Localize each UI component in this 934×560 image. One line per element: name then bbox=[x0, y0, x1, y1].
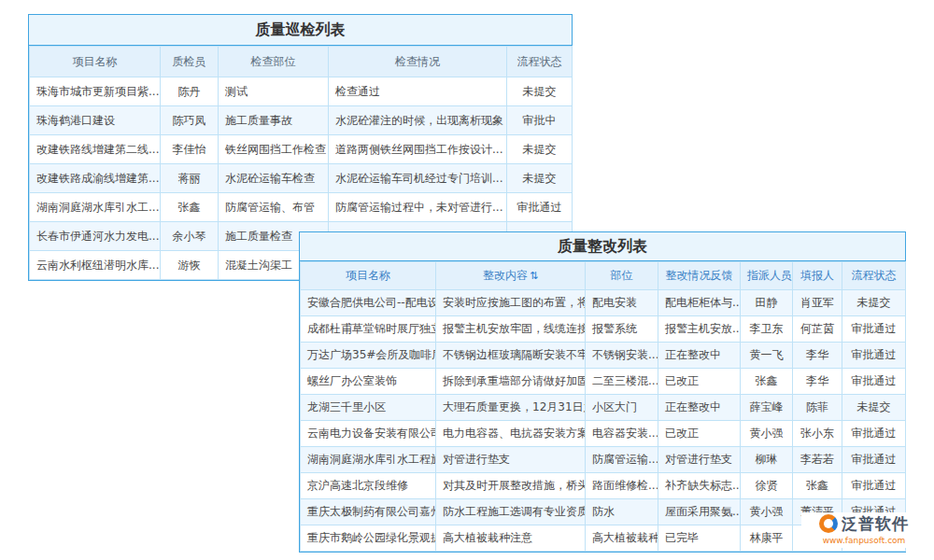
sort-icon[interactable]: ⇅ bbox=[530, 270, 538, 282]
column-header-project-name: 项目名称 bbox=[301, 262, 436, 290]
rectify-feedback: 补齐缺失标志... bbox=[658, 473, 741, 499]
inspector-name: 蒋丽 bbox=[161, 164, 219, 193]
project-name-link[interactable]: 螺丝厂办公室装饰 bbox=[301, 369, 436, 395]
project-name-link[interactable]: 重庆太极制药有限公司嘉州中... bbox=[301, 499, 436, 525]
rectification-table: 项目名称 整改内容⇅ 部位 整改情况反馈 指派人员 填报人 流程状态 安徽合肥供… bbox=[300, 261, 906, 552]
assignee-name: 张鑫 bbox=[741, 369, 793, 395]
status-badge: 未提交 bbox=[842, 395, 906, 421]
rectify-feedback: 对管进行垫支 bbox=[658, 447, 741, 473]
rectify-content: 安装时应按施工图的布置，将... bbox=[436, 290, 586, 316]
column-header-reporter: 填报人 bbox=[793, 262, 842, 290]
project-name-link[interactable]: 珠海鹤港口建设 bbox=[30, 106, 161, 135]
brand-url[interactable]: www.fanpusoft.com bbox=[801, 535, 927, 546]
reporter-name: 张鑫 bbox=[793, 473, 842, 499]
column-header-inspection-part: 检查部位 bbox=[219, 47, 329, 77]
table-row: 万达广场35#会所及咖啡厅空...不锈钢边框玻璃隔断安装不牢...不锈钢安装..… bbox=[301, 343, 906, 369]
status-badge: 审批通过 bbox=[842, 316, 906, 343]
status-badge: 审批通过 bbox=[842, 343, 906, 369]
rectify-part: 小区大门 bbox=[586, 395, 658, 421]
project-name-link[interactable]: 湖南洞庭湖水库引水工程施工... bbox=[301, 447, 436, 473]
project-name-link[interactable]: 湖南洞庭湖水库引水工... bbox=[30, 193, 161, 222]
assignee-name: 林康平 bbox=[741, 525, 793, 552]
status-badge: 审批通过 bbox=[842, 473, 906, 499]
status-badge: 审批通过 bbox=[842, 369, 906, 395]
assignee-name: 黄一飞 bbox=[741, 343, 793, 369]
project-name-link[interactable]: 成都杜甫草堂锦时展厅独立展... bbox=[301, 316, 436, 343]
rectify-feedback: 屋面采用聚氨... bbox=[658, 499, 741, 525]
rectify-content: 对管进行垫支 bbox=[436, 447, 586, 473]
status-badge: 未提交 bbox=[507, 164, 573, 193]
table-row: 珠海市城市更新项目紫...陈丹测试检查通过未提交 bbox=[30, 77, 573, 106]
rectify-part: 防水 bbox=[586, 499, 658, 525]
column-header-status: 流程状态 bbox=[842, 262, 906, 290]
table-row: 龙湖三千里小区大理石质量更换，12月31日之...小区大门正在整改中薛宝峰陈菲未… bbox=[301, 395, 906, 421]
project-name-link[interactable]: 重庆市鹅岭公园绿化景观提升... bbox=[301, 525, 436, 552]
status-badge: 未提交 bbox=[507, 77, 573, 106]
inspector-name: 陈巧凤 bbox=[161, 106, 219, 135]
rectify-feedback: 已完毕 bbox=[658, 525, 741, 552]
column-header-part: 部位 bbox=[586, 262, 658, 290]
project-name-link[interactable]: 云南水利枢纽潜明水库... bbox=[30, 251, 161, 280]
inspection-detail: 检查通过 bbox=[329, 77, 507, 106]
rectify-part: 不锈钢安装... bbox=[586, 343, 658, 369]
table-row: 成都杜甫草堂锦时展厅独立展...报警主机安放牢固，线缆连接...报警系统报警主机… bbox=[301, 316, 906, 343]
column-header-label: 整改内容 bbox=[483, 269, 528, 282]
column-header-feedback: 整改情况反馈 bbox=[658, 262, 741, 290]
inspector-name: 张鑫 bbox=[161, 193, 219, 222]
inspector-name: 李佳怡 bbox=[161, 135, 219, 164]
assignee-name: 徐贤 bbox=[741, 473, 793, 499]
project-name-link[interactable]: 珠海市城市更新项目紫... bbox=[30, 77, 161, 106]
rectification-table-title: 质量整改列表 bbox=[300, 232, 905, 261]
rectification-table-header: 项目名称 整改内容⇅ 部位 整改情况反馈 指派人员 填报人 流程状态 bbox=[301, 262, 906, 290]
project-name-link[interactable]: 安徽合肥供电公司--配电设备... bbox=[301, 290, 436, 316]
table-row: 改建铁路成渝线增建第...蒋丽水泥砼运输车检查水泥砼运输车司机经过专门培训...… bbox=[30, 164, 573, 193]
assignee-name: 李卫东 bbox=[741, 316, 793, 343]
table-row: 安徽合肥供电公司--配电设备...安装时应按施工图的布置，将...配电安装配电柜… bbox=[301, 290, 906, 316]
rectify-part: 高大植被栽种 bbox=[586, 525, 658, 552]
inspection-part: 防腐管运输、布管 bbox=[219, 193, 329, 222]
inspection-part: 水泥砼运输车检查 bbox=[219, 164, 329, 193]
project-name-link[interactable]: 改建铁路线增建第二线... bbox=[30, 135, 161, 164]
column-header-project-name: 项目名称 bbox=[30, 47, 161, 77]
rectify-feedback: 报警主机安放... bbox=[658, 316, 741, 343]
status-badge: 审批通过 bbox=[842, 421, 906, 447]
rectify-content: 高大植被栽种注意 bbox=[436, 525, 586, 552]
header-row: 项目名称 整改内容⇅ 部位 整改情况反馈 指派人员 填报人 流程状态 bbox=[301, 262, 906, 290]
brand-logo[interactable]: 泛普软件 www.fanpusoft.com bbox=[801, 512, 927, 548]
project-name-link[interactable]: 长春市伊通河水力发电... bbox=[30, 222, 161, 251]
header-row: 项目名称 质检员 检查部位 检查情况 流程状态 bbox=[30, 47, 573, 77]
project-name-link[interactable]: 京沪高速北京段维修 bbox=[301, 473, 436, 499]
brand-logo-row: 泛普软件 bbox=[801, 512, 927, 535]
rectify-part: 防腐管运输... bbox=[586, 447, 658, 473]
inspection-part: 施工质量事故 bbox=[219, 106, 329, 135]
status-badge: 未提交 bbox=[507, 135, 573, 164]
rectify-content: 对其及时开展整改措施，桥头... bbox=[436, 473, 586, 499]
reporter-name: 何芷茵 bbox=[793, 316, 842, 343]
rectify-part: 路面维修检... bbox=[586, 473, 658, 499]
reporter-name: 李若若 bbox=[793, 447, 842, 473]
table-row: 改建铁路线增建第二线...李佳怡铁丝网围挡工作检查道路两侧铁丝网围挡工作按设计.… bbox=[30, 135, 573, 164]
inspector-name: 余小琴 bbox=[161, 222, 219, 251]
table-row: 珠海鹤港口建设陈巧凤施工质量事故水泥砼灌注的时候，出现离析现象审批中 bbox=[30, 106, 573, 135]
table-row: 螺丝厂办公室装饰拆除到承重墙部分请做好加固...二至三楼混...已改正张鑫李华审… bbox=[301, 369, 906, 395]
assignee-name: 田静 bbox=[741, 290, 793, 316]
column-header-status: 流程状态 bbox=[507, 47, 573, 77]
inspection-detail: 道路两侧铁丝网围挡工作按设计... bbox=[329, 135, 507, 164]
rectify-content: 不锈钢边框玻璃隔断安装不牢... bbox=[436, 343, 586, 369]
table-row: 京沪高速北京段维修对其及时开展整改措施，桥头...路面维修检...补齐缺失标志.… bbox=[301, 473, 906, 499]
project-name-link[interactable]: 改建铁路成渝线增建第... bbox=[30, 164, 161, 193]
inspection-table-header: 项目名称 质检员 检查部位 检查情况 流程状态 bbox=[30, 47, 573, 77]
inspector-name: 游恢 bbox=[161, 251, 219, 280]
rectify-part: 配电安装 bbox=[586, 290, 658, 316]
project-name-link[interactable]: 龙湖三千里小区 bbox=[301, 395, 436, 421]
project-name-link[interactable]: 云南电力设备安装有限公司20... bbox=[301, 421, 436, 447]
inspection-part: 铁丝网围挡工作检查 bbox=[219, 135, 329, 164]
inspector-name: 陈丹 bbox=[161, 77, 219, 106]
status-badge: 审批通过 bbox=[507, 193, 573, 222]
column-header-assignee: 指派人员 bbox=[741, 262, 793, 290]
rectify-content: 拆除到承重墙部分请做好加固... bbox=[436, 369, 586, 395]
project-name-link[interactable]: 万达广场35#会所及咖啡厅空... bbox=[301, 343, 436, 369]
reporter-name: 李华 bbox=[793, 343, 842, 369]
table-row: 云南电力设备安装有限公司20...电力电容器、电抗器安装方案...电容器安装..… bbox=[301, 421, 906, 447]
table-row: 湖南洞庭湖水库引水工程施工...对管进行垫支防腐管运输...对管进行垫支柳琳李若… bbox=[301, 447, 906, 473]
